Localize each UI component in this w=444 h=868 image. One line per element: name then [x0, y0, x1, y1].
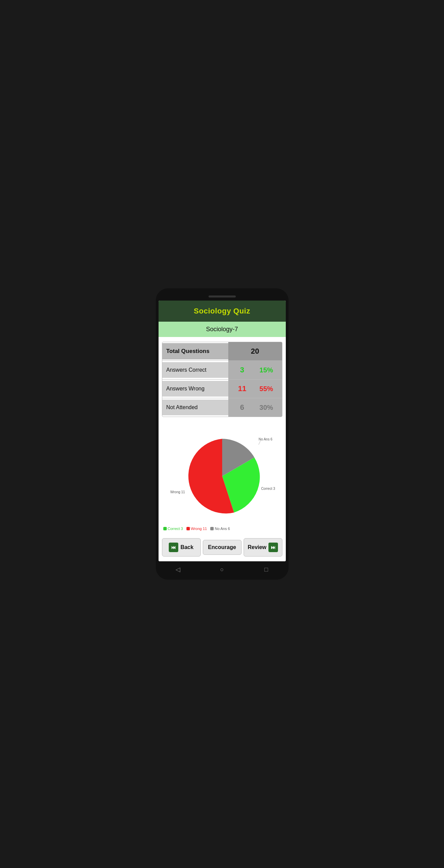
review-icon: ⏭ — [268, 543, 278, 552]
legend-no-ans: No Ans 6 — [210, 527, 230, 531]
stats-table: Total Questions 20 Answers Correct 3 15%… — [162, 342, 282, 417]
encourage-button[interactable]: Encourage — [203, 540, 242, 555]
encourage-label: Encourage — [208, 544, 236, 550]
legend-wrong-dot — [186, 527, 190, 530]
pie-chart: No Ans 6 ╱ Correct 3 Wrong 11 — [178, 432, 266, 520]
android-recent-button[interactable]: □ — [262, 565, 271, 574]
pie-svg — [178, 432, 266, 520]
legend-no-ans-label: No Ans 6 — [215, 527, 230, 531]
chart-area: No Ans 6 ╱ Correct 3 Wrong 11 Correct 3 — [159, 422, 286, 535]
wrong-values: 11 55% — [228, 380, 282, 398]
legend-correct: Correct 3 — [163, 527, 183, 531]
app-title: Sociology Quiz — [162, 307, 282, 316]
android-nav-bar: ◁ ○ □ — [156, 561, 289, 580]
android-back-button[interactable]: ◁ — [173, 565, 183, 574]
phone-frame: Sociology Quiz Sociology-7 Total Questio… — [156, 288, 289, 580]
review-label: Review — [248, 544, 266, 550]
legend-wrong: Wrong 11 — [186, 527, 207, 531]
back-button[interactable]: ⏮ Back — [162, 538, 201, 557]
answers-correct-row: Answers Correct 3 15% — [162, 361, 282, 380]
total-value: 20 — [248, 347, 262, 356]
review-button[interactable]: Review ⏭ — [244, 538, 282, 557]
status-notch — [209, 295, 236, 298]
wrong-pct: 55% — [258, 385, 275, 393]
back-label: Back — [180, 544, 193, 550]
wrong-chart-label: Wrong 11 — [170, 490, 185, 494]
not-attended-pct: 30% — [258, 404, 275, 412]
no-ans-label: No Ans 6 ╱ — [259, 437, 273, 445]
bottom-nav: ⏮ Back Encourage Review ⏭ — [159, 535, 286, 561]
back-icon: ⏮ — [169, 543, 178, 552]
correct-values: 3 15% — [228, 361, 282, 379]
android-home-button[interactable]: ○ — [217, 565, 227, 574]
not-attended-num: 6 — [235, 403, 249, 412]
correct-label: Answers Correct — [162, 362, 228, 378]
app-container: Sociology Quiz Sociology-7 Total Questio… — [159, 301, 286, 561]
total-values: 20 — [228, 342, 282, 360]
legend-no-ans-dot — [210, 527, 214, 530]
correct-chart-label: Correct 3 — [261, 487, 275, 491]
legend-correct-dot — [163, 527, 167, 530]
wrong-num: 11 — [235, 384, 249, 393]
not-attended-label: Not Attended — [162, 400, 228, 415]
app-header: Sociology Quiz — [159, 301, 286, 322]
not-attended-values: 6 30% — [228, 398, 282, 417]
subtitle-bar: Sociology-7 — [159, 322, 286, 337]
chart-legend: Correct 3 Wrong 11 No Ans 6 — [159, 527, 286, 531]
legend-correct-label: Correct 3 — [168, 527, 183, 531]
total-label: Total Questions — [162, 343, 228, 359]
correct-num: 3 — [235, 366, 249, 374]
status-bar — [156, 292, 289, 301]
wrong-label: Answers Wrong — [162, 381, 228, 397]
subtitle-text: Sociology-7 — [206, 326, 238, 333]
legend-wrong-label: Wrong 11 — [191, 527, 207, 531]
total-questions-row: Total Questions 20 — [162, 342, 282, 361]
correct-pct: 15% — [258, 366, 275, 374]
answers-wrong-row: Answers Wrong 11 55% — [162, 380, 282, 398]
not-attended-row: Not Attended 6 30% — [162, 398, 282, 417]
